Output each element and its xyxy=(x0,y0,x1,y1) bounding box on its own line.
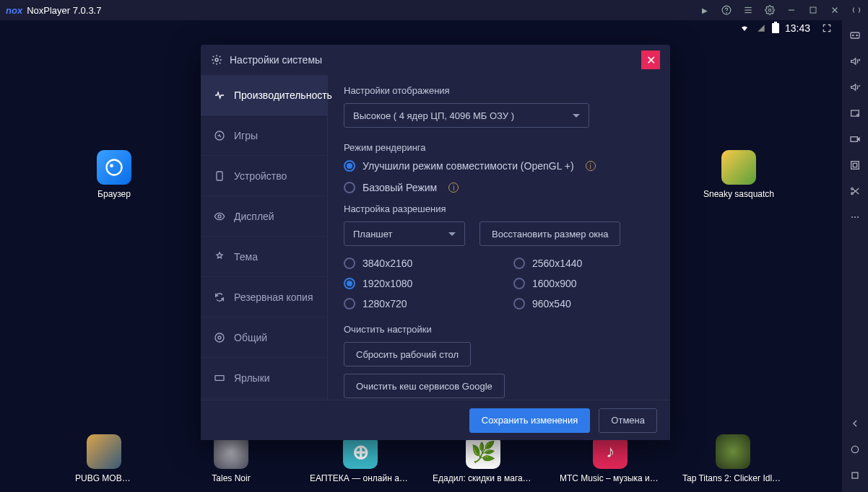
gamepad-icon xyxy=(214,130,225,141)
back-icon[interactable] xyxy=(849,417,862,430)
clear-google-cache-button[interactable]: Очистить кеш сервисов Google xyxy=(344,374,505,398)
svg-rect-36 xyxy=(215,375,224,380)
more-icon[interactable] xyxy=(849,211,862,224)
nav-backup[interactable]: Резервная копия xyxy=(201,277,327,317)
restore-window-button[interactable]: Восстановить размер окна xyxy=(479,221,620,246)
render-mode-title: Режим рендеринга xyxy=(344,142,654,153)
radio-off-icon xyxy=(344,182,355,193)
res-960x540[interactable]: 960x540 xyxy=(513,298,654,309)
svg-point-25 xyxy=(857,216,859,218)
pulse-icon xyxy=(214,89,225,101)
wifi-icon xyxy=(739,24,750,32)
svg-rect-32 xyxy=(217,172,222,180)
app-title: NoxPlayer 7.0.3.7 xyxy=(27,5,699,16)
svg-point-26 xyxy=(851,446,858,452)
play-store-icon[interactable] xyxy=(699,4,711,16)
nav-games[interactable]: Игры xyxy=(201,115,327,156)
android-statusbar: 13:43 xyxy=(0,20,842,36)
svg-point-22 xyxy=(851,193,854,195)
app-sneaky-sasquatch[interactable]: Sneaky sasquatch xyxy=(677,150,800,199)
settings-nav: Производительность Игры Устройство Диспл… xyxy=(201,75,328,400)
keymap-icon[interactable] xyxy=(849,29,862,42)
reset-desktop-button[interactable]: Сбросить рабочий стол xyxy=(344,342,471,366)
svg-rect-10 xyxy=(851,32,859,38)
nav-general[interactable]: Общий xyxy=(201,317,327,358)
res-1280x720[interactable]: 1280x720 xyxy=(344,298,485,309)
close-window-icon[interactable] xyxy=(829,4,841,16)
svg-point-11 xyxy=(853,35,854,35)
radio-on-icon xyxy=(344,160,355,172)
app-eapteka[interactable]: ⊕ ЕАПТЕКА — онлайн аптека xyxy=(299,434,422,483)
volume-up-icon[interactable] xyxy=(849,55,862,68)
res-2560x1440[interactable]: 2560x1440 xyxy=(513,258,654,269)
svg-rect-20 xyxy=(853,163,856,167)
device-type-dropdown[interactable]: Планшет xyxy=(344,221,465,246)
help-icon[interactable] xyxy=(721,4,732,16)
save-button[interactable]: Сохранить изменения xyxy=(469,408,591,433)
battery-icon xyxy=(772,23,779,33)
res-1920x1080[interactable]: 1920x1080 xyxy=(344,278,485,289)
render-basic-radio[interactable]: Базовый Режим i xyxy=(344,182,654,193)
svg-point-28 xyxy=(107,160,122,175)
settings-footer: Сохранить изменения Отмена xyxy=(201,400,670,440)
app-tap-titans[interactable]: Tap Titans 2: Clicker Idle RPG xyxy=(672,434,794,483)
app-mts-music[interactable]: ♪ МТС Music – музыка и подкас... xyxy=(549,434,672,483)
macro-icon[interactable] xyxy=(849,159,862,172)
svg-rect-19 xyxy=(851,162,859,170)
app-edadil[interactable]: 🌿 Едадил: скидки в магазинах xyxy=(422,434,544,483)
svg-point-33 xyxy=(218,215,221,218)
svg-point-21 xyxy=(851,188,854,190)
svg-point-1 xyxy=(726,12,727,13)
svg-point-24 xyxy=(854,216,856,218)
maximize-icon[interactable] xyxy=(807,4,819,16)
app-browser[interactable]: Браузер xyxy=(85,150,143,199)
right-toolbar xyxy=(842,20,868,492)
home-icon[interactable] xyxy=(849,443,862,456)
app-pubg[interactable]: PUBG MOBILE xyxy=(75,434,133,483)
nav-shortcuts[interactable]: Ярлыки xyxy=(201,358,327,398)
info-icon[interactable]: i xyxy=(448,183,459,193)
nav-display[interactable]: Дисплей xyxy=(201,196,327,237)
svg-rect-16 xyxy=(851,110,859,116)
cancel-button[interactable]: Отмена xyxy=(599,408,657,433)
res-3840x2160[interactable]: 3840x2160 xyxy=(344,258,485,269)
svg-rect-27 xyxy=(852,473,858,478)
sliders-icon xyxy=(214,332,225,343)
screenshot-icon[interactable] xyxy=(849,107,862,120)
settings-title: Настройки системы xyxy=(230,54,322,66)
keyboard-icon xyxy=(214,372,225,384)
svg-point-17 xyxy=(857,114,859,116)
fullscreen-icon[interactable] xyxy=(822,23,832,33)
multi-instance-icon[interactable] xyxy=(742,4,754,16)
window-titlebar: nox NoxPlayer 7.0.3.7 xyxy=(0,0,868,20)
info-icon[interactable]: i xyxy=(586,161,596,171)
nav-device[interactable]: Устройство xyxy=(201,156,327,196)
recents-icon[interactable] xyxy=(849,469,862,482)
theme-icon xyxy=(214,251,225,263)
eye-icon xyxy=(214,211,225,222)
gear-icon xyxy=(211,54,222,66)
render-enhanced-radio[interactable]: Улучшили режим совместимости (OpenGL +) … xyxy=(344,160,654,172)
minimize-icon[interactable] xyxy=(786,4,797,16)
close-settings-button[interactable]: ✕ xyxy=(641,50,660,69)
cleanup-title: Очистить настройки xyxy=(344,324,654,335)
svg-point-35 xyxy=(215,333,224,342)
device-icon xyxy=(214,170,225,182)
svg-point-34 xyxy=(218,336,221,339)
expand-icon[interactable] xyxy=(851,4,862,16)
sim-icon xyxy=(756,23,766,33)
app-tales-noir[interactable]: Tales Noir xyxy=(202,434,260,483)
svg-rect-18 xyxy=(851,137,857,142)
res-1600x900[interactable]: 1600x900 xyxy=(513,278,654,289)
record-icon[interactable] xyxy=(849,133,862,146)
performance-preset-dropdown[interactable]: Высокое ( 4 ядер ЦП, 4096 МБ ОЗУ ) xyxy=(344,103,589,128)
nav-theme[interactable]: Тема xyxy=(201,237,327,277)
settings-dialog: Настройки системы ✕ Производительность И… xyxy=(201,45,670,440)
volume-down-icon[interactable] xyxy=(849,81,862,94)
scissors-icon[interactable] xyxy=(849,185,862,198)
nav-performance[interactable]: Производительность xyxy=(201,75,327,115)
display-settings-title: Настройки отображения xyxy=(344,85,654,96)
nox-logo: nox xyxy=(6,5,22,16)
svg-point-29 xyxy=(110,164,113,167)
settings-gear-icon[interactable] xyxy=(764,4,776,16)
